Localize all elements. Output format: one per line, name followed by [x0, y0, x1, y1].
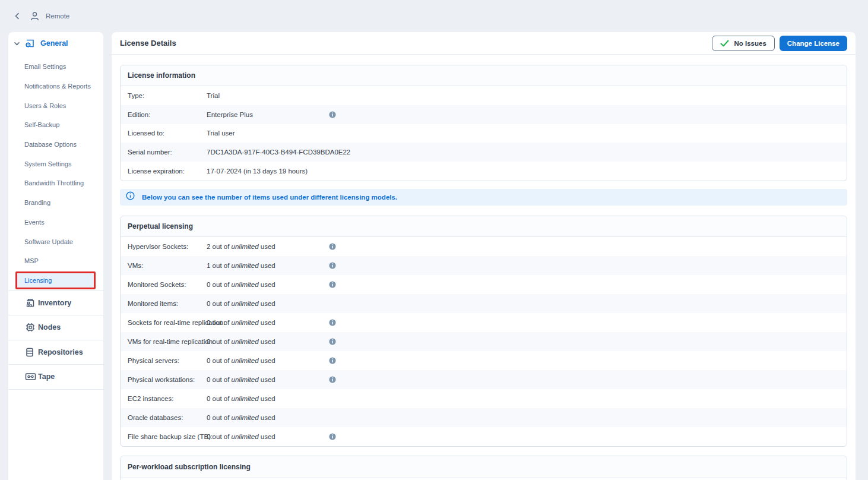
info-icon[interactable]: [329, 243, 336, 250]
sidebar-item-msp[interactable]: MSP: [8, 251, 103, 271]
row-value: 7DC1A3DA-917F-40C3-B494-FCD39BDA0E22: [207, 149, 325, 156]
row-label: Hypervisor Sockets:: [128, 243, 207, 250]
sidebar-section-label: Tape: [38, 372, 55, 381]
table-row: File share backup size (TB):0 out of unl…: [121, 427, 847, 446]
row-label: EC2 instances:: [128, 395, 207, 402]
header-actions: No Issues Change License: [712, 36, 847, 51]
info-icon[interactable]: [329, 338, 336, 345]
no-issues-button[interactable]: No Issues: [712, 36, 774, 51]
table-row: Type:Trial: [121, 86, 847, 105]
row-label: VMs:: [128, 262, 207, 269]
row-value: 0 out of unlimited used: [207, 357, 325, 364]
info-icon[interactable]: [329, 281, 336, 288]
sidebar-section-label: Inventory: [38, 299, 71, 307]
sidebar-general-label: General: [40, 39, 68, 48]
sidebar-item-system-settings[interactable]: System Settings: [8, 154, 103, 173]
remote-label: Remote: [46, 12, 69, 20]
user-icon: [30, 11, 40, 21]
general-settings-icon: [24, 38, 35, 49]
row-label: Physical servers:: [128, 357, 207, 364]
sidebar-item-events[interactable]: Events: [8, 213, 103, 232]
row-label: Monitored items:: [128, 300, 207, 307]
table-row: Licensed to:Trial user: [121, 124, 847, 143]
table-row: Sockets for real-time replication:0 out …: [121, 313, 847, 332]
page-title: License Details: [120, 39, 176, 48]
row-value: Enterprise Plus: [207, 111, 325, 118]
sidebar-sections: InventoryNodesRepositoriesTape: [8, 290, 103, 390]
sidebar-item-bandwidth-throttling[interactable]: Bandwidth Throttling: [8, 173, 103, 193]
main-content: License information Type:TrialEdition:En…: [112, 55, 856, 480]
row-value: 0 out of unlimited used: [207, 376, 325, 383]
table-row: Physical workstations:0 out of unlimited…: [121, 370, 847, 389]
sidebar-section-label: Repositories: [38, 348, 83, 356]
sidebar-section-label: Nodes: [38, 323, 61, 331]
info-icon[interactable]: [329, 319, 336, 326]
row-label: Oracle databases:: [128, 414, 207, 421]
row-value: 0 out of unlimited used: [207, 338, 325, 345]
tape-icon: [25, 372, 38, 381]
info-icon[interactable]: [329, 357, 336, 364]
row-label: Licensed to:: [128, 130, 207, 137]
table-row: Monitored items:0 out of unlimited used: [121, 294, 847, 313]
main-panel: License Details No Issues Change License…: [112, 32, 856, 480]
sidebar-item-inventory[interactable]: Inventory: [8, 291, 103, 315]
info-icon[interactable]: [329, 433, 336, 440]
sidebar-item-repositories[interactable]: Repositories: [8, 340, 103, 365]
table-row: Oracle databases:0 out of unlimited used: [121, 408, 847, 427]
main-header: License Details No Issues Change License: [112, 32, 856, 55]
row-value: 0 out of unlimited used: [207, 300, 325, 307]
row-value: Trial: [207, 92, 325, 99]
info-icon[interactable]: [329, 262, 336, 269]
sidebar-item-branding[interactable]: Branding: [8, 193, 103, 213]
change-license-button[interactable]: Change License: [780, 36, 847, 51]
license-information-rows: Type:TrialEdition:Enterprise PlusLicense…: [121, 86, 847, 181]
sidebar-item-notifications-reports[interactable]: Notifications & Reports: [8, 77, 103, 96]
row-label: File share backup size (TB):: [128, 433, 207, 440]
row-value: 0 out of unlimited used: [207, 395, 325, 402]
sidebar-item-database-options[interactable]: Database Options: [8, 135, 103, 154]
row-label: Sockets for real-time replication:: [128, 319, 207, 326]
sidebar-item-licensing[interactable]: Licensing: [15, 271, 96, 289]
info-icon[interactable]: [329, 376, 336, 383]
sidebar-item-self-backup[interactable]: Self-Backup: [8, 115, 103, 135]
repositories-icon: [25, 347, 38, 358]
table-row: VMs for real-time replication:0 out of u…: [121, 332, 847, 351]
sidebar-item-tape[interactable]: Tape: [8, 365, 103, 389]
perpetual-licensing-title: Perpetual licensing: [121, 216, 847, 237]
no-issues-label: No Issues: [734, 40, 766, 47]
nodes-icon: [25, 322, 38, 333]
table-row: Physical servers:0 out of unlimited used: [121, 351, 847, 370]
info-banner: Below you can see the number of items us…: [120, 189, 847, 206]
sidebar-item-general[interactable]: General: [8, 32, 103, 55]
sidebar: General Email SettingsNotifications & Re…: [8, 32, 103, 480]
sidebar-item-software-update[interactable]: Software Update: [8, 232, 103, 251]
sidebar-item-users-roles[interactable]: Users & Roles: [8, 96, 103, 115]
back-chevron-icon[interactable]: [13, 12, 21, 20]
per-workload-title: Per-workload subscription licensing: [121, 456, 847, 478]
sidebar-item-nodes[interactable]: Nodes: [8, 315, 103, 340]
sidebar-item-email-settings[interactable]: Email Settings: [8, 57, 103, 77]
info-icon[interactable]: [329, 111, 336, 118]
chevron-down-icon[interactable]: [14, 40, 20, 47]
row-value: 17-07-2024 (in 13 days 19 hours): [207, 168, 325, 175]
inventory-icon: [25, 298, 38, 308]
sidebar-divider: [8, 389, 103, 390]
table-row: Monitored Sockets:0 out of unlimited use…: [121, 275, 847, 294]
row-label: License expiration:: [128, 168, 207, 175]
row-label: Serial number:: [128, 149, 207, 156]
row-value: 0 out of unlimited used: [207, 281, 325, 288]
row-label: VMs for real-time replication:: [128, 338, 207, 345]
info-banner-text: Below you can see the number of items us…: [142, 194, 397, 201]
per-workload-card: Per-workload subscription licensing: [120, 456, 847, 480]
table-row: Hypervisor Sockets:2 out of unlimited us…: [121, 237, 847, 256]
perpetual-licensing-rows: Hypervisor Sockets:2 out of unlimited us…: [121, 237, 847, 446]
row-value: 2 out of unlimited used: [207, 243, 325, 250]
top-bar: Remote: [0, 0, 868, 32]
perpetual-licensing-card: Perpetual licensing Hypervisor Sockets:2…: [120, 216, 847, 447]
table-row: VMs:1 out of unlimited used: [121, 256, 847, 275]
sidebar-general-sublist: Email SettingsNotifications & ReportsUse…: [8, 55, 103, 289]
row-value: 0 out of unlimited used: [207, 414, 325, 421]
license-information-title: License information: [121, 65, 847, 86]
table-row: EC2 instances:0 out of unlimited used: [121, 389, 847, 408]
check-icon: [720, 40, 729, 47]
